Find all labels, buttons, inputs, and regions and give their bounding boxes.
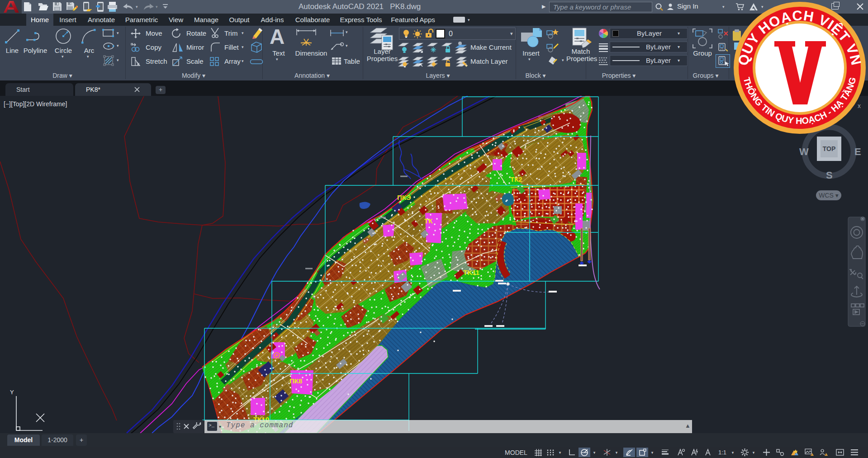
svg-text:E: E [854, 146, 861, 157]
svg-text:ПКЭ: ПКЭ [397, 194, 411, 201]
svg-text:ТК2: ТК2 [510, 175, 522, 183]
svg-text:Y: Y [10, 389, 14, 396]
svg-text:ТК: ТК [424, 217, 433, 225]
svg-text:TK11: TK11 [463, 269, 479, 276]
svg-text:W: W [799, 146, 809, 157]
svg-text:S: S [826, 170, 833, 181]
svg-text:TOP: TOP [823, 145, 836, 152]
svg-text:ПК8: ПК8 [289, 377, 302, 385]
